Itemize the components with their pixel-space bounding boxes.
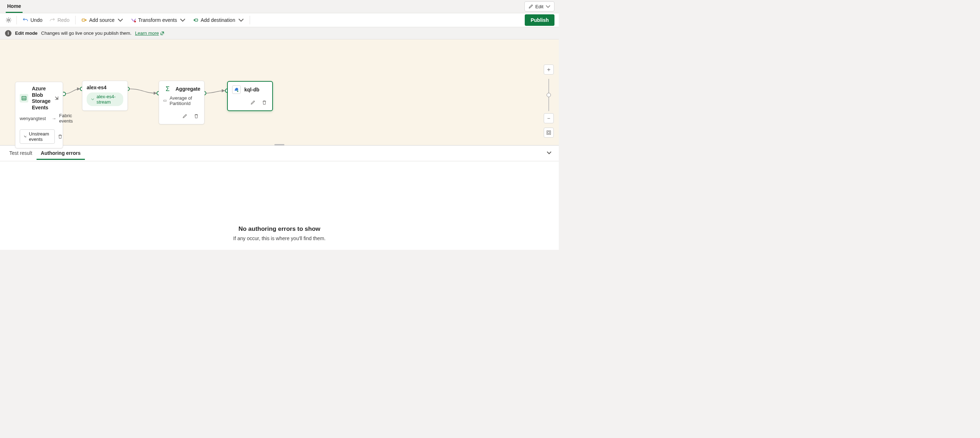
empty-state-title: No authoring errors to show	[239, 225, 321, 233]
edit-button[interactable]	[248, 98, 257, 107]
svg-rect-15	[164, 100, 167, 102]
pencil-icon	[182, 114, 187, 119]
zoom-fit-button[interactable]	[544, 127, 554, 138]
edit-button[interactable]	[181, 112, 189, 120]
blob-storage-icon	[20, 94, 28, 102]
stream-icon	[91, 97, 94, 102]
publish-button[interactable]: Publish	[525, 14, 554, 26]
tab-authoring-errors[interactable]: Authoring errors	[37, 147, 85, 160]
svg-rect-16	[547, 131, 551, 135]
canvas[interactable]: Azure Blob Storage Events ⇲ wenyangtest …	[0, 40, 559, 145]
zoom-in-button[interactable]: ＋	[544, 65, 554, 75]
svg-rect-17	[548, 132, 549, 133]
node-source[interactable]: Azure Blob Storage Events ⇲ wenyangtest …	[15, 82, 63, 148]
tab-test-result[interactable]: Test result	[5, 147, 37, 160]
gear-icon	[5, 17, 12, 23]
edit-button-label: Edit	[536, 4, 543, 9]
add-destination-button[interactable]: Add destination	[189, 14, 248, 26]
tab-home[interactable]: Home	[6, 1, 22, 13]
source-owner: wenyangtest	[20, 116, 46, 121]
svg-point-0	[8, 19, 9, 21]
settings-button[interactable]	[3, 14, 14, 26]
stream-pill[interactable]: alex-es4-stream	[87, 92, 123, 106]
unstream-events-button[interactable]: Unstream events	[20, 129, 55, 144]
chevron-down-icon	[118, 17, 123, 23]
learn-more-label: Learn more	[135, 30, 159, 36]
zoom-out-button[interactable]: －	[544, 113, 554, 123]
svg-rect-13	[22, 99, 24, 99]
transform-label: Transform events	[138, 17, 177, 23]
add-source-icon	[81, 17, 87, 23]
unstream-label: Unstream events	[29, 131, 51, 142]
delete-button[interactable]	[58, 132, 63, 141]
transform-icon	[130, 17, 136, 23]
field-icon	[163, 99, 167, 103]
delete-button[interactable]	[192, 112, 200, 120]
svg-rect-1	[82, 19, 85, 21]
node-source-title: Azure Blob Storage Events	[32, 86, 51, 111]
collapse-icon[interactable]: ⇲	[55, 96, 58, 101]
svg-rect-12	[24, 97, 25, 98]
redo-icon	[49, 17, 55, 23]
svg-rect-10	[22, 96, 26, 100]
source-connector: Fabric events	[59, 113, 73, 124]
empty-state-subtitle: If any occur, this is where you'll find …	[233, 236, 326, 241]
stream-pill-label: alex-es4-stream	[96, 94, 119, 105]
unstream-icon	[24, 134, 27, 139]
info-message: Changes will go live once you publish th…	[41, 30, 132, 36]
learn-more-link[interactable]: Learn more	[135, 30, 164, 36]
kql-db-icon	[232, 85, 241, 94]
collapse-panel-button[interactable]	[544, 148, 554, 159]
svg-rect-3	[195, 19, 198, 21]
chevron-down-icon	[546, 4, 550, 9]
info-bar: i Edit mode Changes will go live once yo…	[0, 27, 559, 40]
undo-button[interactable]: Undo	[19, 14, 46, 26]
redo-label: Redo	[57, 17, 69, 23]
svg-point-2	[134, 21, 136, 22]
node-stream[interactable]: alex-es4 alex-es4-stream	[82, 81, 128, 111]
fit-icon	[546, 130, 551, 135]
undo-icon	[22, 17, 28, 23]
edit-mode-label: Edit mode	[15, 30, 38, 36]
redo-button[interactable]: Redo	[46, 14, 73, 26]
node-stream-title: alex-es4	[87, 84, 107, 90]
trash-icon	[194, 114, 199, 119]
node-aggregate-title: Aggregate	[175, 86, 200, 92]
external-link-icon	[160, 31, 164, 35]
pencil-icon	[250, 100, 255, 105]
undo-label: Undo	[30, 17, 42, 23]
add-destination-label: Add destination	[200, 17, 235, 23]
chevron-down-icon	[547, 150, 552, 155]
chevron-down-icon	[180, 17, 186, 23]
node-aggregate[interactable]: Σ Aggregate Average of PartitionId	[159, 81, 205, 124]
edit-dropdown-button[interactable]: Edit	[524, 2, 554, 11]
zoom-slider[interactable]	[548, 79, 549, 111]
trash-icon	[262, 100, 267, 105]
svg-rect-14	[24, 99, 25, 99]
add-source-label: Add source	[89, 17, 115, 23]
add-destination-icon	[193, 17, 199, 23]
pencil-icon	[528, 4, 533, 9]
node-destination[interactable]: kql-db	[227, 81, 273, 111]
transform-events-button[interactable]: Transform events	[127, 14, 189, 26]
delete-button[interactable]	[260, 98, 269, 107]
svg-rect-11	[22, 97, 24, 98]
node-destination-title: kql-db	[244, 87, 259, 92]
add-source-button[interactable]: Add source	[78, 14, 127, 26]
panel-resize-handle[interactable]	[274, 144, 285, 145]
chevron-down-icon	[238, 17, 244, 23]
sigma-icon: Σ	[163, 84, 172, 93]
aggregate-desc: Average of PartitionId	[169, 96, 200, 106]
trash-icon	[58, 134, 63, 139]
info-icon: i	[5, 30, 11, 37]
